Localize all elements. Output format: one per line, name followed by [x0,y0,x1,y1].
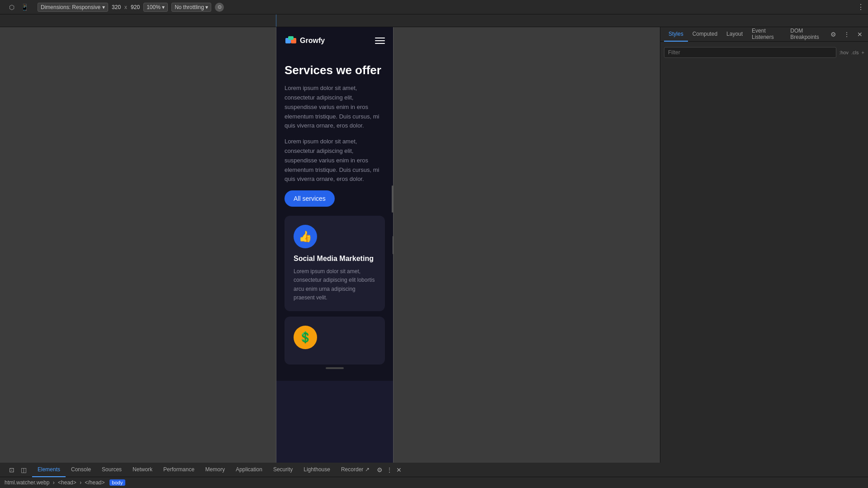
pseudo-cls[interactable]: .cls [851,50,859,55]
camera-icon: ⊙ [218,4,222,10]
hamburger-line-3 [375,43,385,44]
tab-event-listeners[interactable]: Event Listeners [747,27,786,42]
tab-dom-breakpoints[interactable]: DOM Breakpoints [786,27,829,42]
devtools-tab-bar: ⊡ ◫ Elements Console Sources Network Per… [0,463,868,477]
all-services-button[interactable]: All services [285,190,335,207]
tab-styles[interactable]: Styles [664,27,688,42]
add-style-rule-icon[interactable]: + [862,50,864,55]
drag-bar [326,367,344,369]
filter-row: :hov .cls + [664,47,864,58]
tab-event-listeners-label: Event Listeners [752,28,781,40]
x-separator: x [124,4,127,10]
tab-console-label: Console [71,466,91,473]
breadcrumb: html.watcher.webp › <head> › </head> [4,479,106,486]
left-background [0,27,276,463]
phone-preview[interactable]: Growfy Services we offer Lorem ipsum dol… [276,27,394,463]
pseudo-hov[interactable]: :hov [839,50,849,55]
growfy-logo: Growfy [285,34,325,47]
devtools-icon-2[interactable]: ◫ [19,465,28,474]
service-card-social-media: 👍 Social Media Marketing Lorem ipsum dol… [285,216,385,311]
hero-section: Services we offer Lorem ipsum dolor sit … [276,54,393,381]
tab-more-icon[interactable]: ⋮ [384,465,394,474]
hamburger-menu-button[interactable] [375,38,385,44]
tab-settings-icon[interactable]: ⚙ [375,465,384,474]
height-value[interactable]: 920 [131,4,140,10]
social-media-card-title: Social Media Marketing [294,255,376,263]
tab-security-label: Security [273,466,293,473]
tab-memory[interactable]: Memory [200,463,230,477]
dimensions-label: Dimensions: Responsive [41,4,100,10]
chevron-down-icon: ▾ [102,4,105,10]
inspect-icon[interactable]: ⬡ [7,3,16,12]
tab-application[interactable]: Application [230,463,268,477]
tab-memory-label: Memory [205,466,225,473]
hamburger-line-2 [375,40,385,41]
tab-computed-label: Computed [693,31,717,37]
tab-elements[interactable]: Elements [32,463,66,477]
devtools-top-bar: ⬡ 📱 Dimensions: Responsive ▾ 320 x 920 1… [0,0,868,14]
growfy-logo-text: Growfy [300,37,325,45]
tab-sources-label: Sources [102,466,122,473]
devtools-statusbar: html.watcher.webp › <head> › </head> bod… [0,477,868,488]
tab-security[interactable]: Security [268,463,298,477]
breadcrumb-body-close[interactable]: </head> [85,479,104,486]
service-card-financial: 💲 [285,317,385,365]
right-panel-tabs: Styles Computed Layout Event Listeners D… [660,27,868,42]
tab-performance-label: Performance [163,466,194,473]
tab-layout[interactable]: Layout [722,27,747,42]
throttle-selector[interactable]: No throttling ▾ [171,3,211,12]
filter-input[interactable] [664,47,836,58]
breadcrumb-separator: › [53,479,55,486]
zoom-chevron-icon: ▾ [162,4,165,10]
phone-navbar: Growfy [276,27,393,54]
bottom-drag-handle[interactable] [285,365,385,372]
device-toggle-icon[interactable]: 📱 [19,3,30,12]
breadcrumb-filename: html.watcher.webp [5,479,49,486]
dimensions-selector[interactable]: Dimensions: Responsive ▾ [38,3,108,12]
tab-lighthouse[interactable]: Lighthouse [298,463,336,477]
close-devtools-icon[interactable]: ✕ [394,465,403,474]
tab-network-label: Network [133,466,152,473]
devtools-left-icons: ⬡ 📱 [4,3,34,12]
tab-sources[interactable]: Sources [96,463,127,477]
tab-console[interactable]: Console [66,463,96,477]
breadcrumb-head[interactable]: <head> [58,479,76,486]
social-media-icon-circle: 👍 [294,225,317,248]
tab-application-label: Application [236,466,262,473]
tab-elements-label: Elements [38,466,60,473]
tab-computed[interactable]: Computed [688,27,722,42]
hamburger-line-1 [375,38,385,38]
breadcrumb-separator-2: › [80,479,81,486]
right-panel-content: :hov .cls + [660,42,868,62]
zoom-selector[interactable]: 100% ▾ [143,3,168,12]
width-value[interactable]: 320 [112,4,121,10]
more-icon[interactable]: ⋮ [842,30,852,39]
tab-network[interactable]: Network [127,463,158,477]
body-tag-badge[interactable]: body [109,479,126,486]
more-options-icon[interactable]: ⋮ [857,3,864,11]
capture-screenshot-button[interactable]: ⊙ [215,3,224,12]
page-title: Services we offer [285,63,385,77]
growfy-logo-icon [285,34,297,47]
tab-layout-label: Layout [726,31,743,37]
ruler-bar [0,14,868,27]
devtools-right-panel: Styles Computed Layout Event Listeners D… [660,27,868,488]
tab-performance[interactable]: Performance [158,463,200,477]
devtools-bottom-panel: ⊡ ◫ Elements Console Sources Network Per… [0,463,868,488]
resize-handle[interactable] [391,27,394,463]
main-area: Growfy Services we offer Lorem ipsum dol… [0,27,868,463]
tab-recorder-label: Recorder ↗ [341,466,370,473]
throttle-chevron-icon: ▾ [205,4,208,10]
tab-recorder[interactable]: Recorder ↗ [336,463,375,477]
settings-icon[interactable]: ⚙ [829,30,838,39]
svg-rect-2 [288,36,294,40]
financial-icon-circle: 💲 [294,326,317,349]
thumbs-up-icon: 👍 [299,230,312,243]
close-panel-icon[interactable]: ✕ [855,30,864,39]
devtools-icon-1[interactable]: ⊡ [7,465,16,474]
devtools-tab-left-icons: ⊡ ◫ [4,465,32,474]
right-panel-action-icons: ⚙ ⋮ ✕ [829,30,864,39]
throttle-label: No throttling [175,4,204,10]
tab-dom-breakpoints-label: DOM Breakpoints [790,28,824,40]
hero-description-2: Lorem ipsum dolor sit amet, consectetur … [285,137,385,184]
